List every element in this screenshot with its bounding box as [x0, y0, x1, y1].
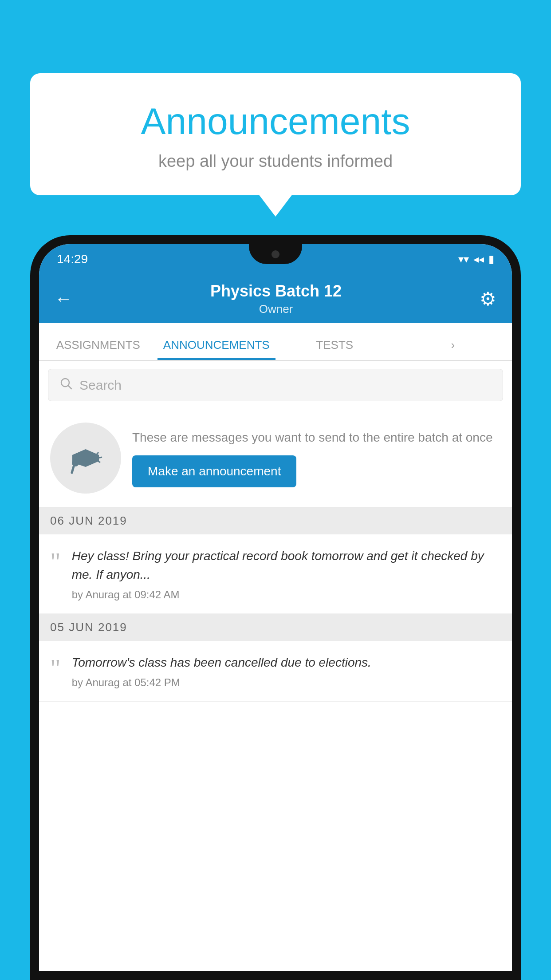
settings-icon[interactable]: ⚙ — [480, 288, 496, 310]
announcement-item-2[interactable]: " Tomorrow's class has been cancelled du… — [39, 641, 512, 702]
date-separator-1: 06 JUN 2019 — [39, 507, 512, 534]
svg-line-5 — [98, 457, 102, 458]
svg-line-1 — [68, 386, 72, 389]
app-bar: ← Physics Batch 12 Owner ⚙ — [39, 274, 512, 323]
app-bar-title: Physics Batch 12 Owner — [72, 282, 480, 316]
bubble-title: Announcements — [48, 100, 503, 143]
content-area: Search These are messages you want to se… — [39, 361, 512, 971]
phone-frame: 14:29 ▾▾ ◂◂ ▮ ← Physics Batch 12 Owner ⚙… — [30, 235, 521, 980]
speech-bubble: Announcements keep all your students inf… — [30, 73, 521, 195]
announcement-content-2: Tomorrow's class has been cancelled due … — [72, 653, 501, 689]
promo-content: These are messages you want to send to t… — [132, 429, 501, 487]
announcement-content-1: Hey class! Bring your practical record b… — [72, 547, 501, 601]
signal-icon: ◂◂ — [473, 253, 484, 265]
announcement-meta-1: by Anurag at 09:42 AM — [72, 589, 501, 601]
announcement-text-1: Hey class! Bring your practical record b… — [72, 547, 501, 584]
tab-tests[interactable]: TESTS — [276, 338, 394, 360]
svg-point-2 — [72, 459, 79, 466]
promo-icon — [50, 423, 121, 494]
notch — [249, 244, 302, 264]
make-announcement-button[interactable]: Make an announcement — [132, 455, 296, 487]
search-bar[interactable]: Search — [48, 369, 503, 401]
announcement-item-1[interactable]: " Hey class! Bring your practical record… — [39, 534, 512, 614]
search-placeholder: Search — [79, 378, 122, 393]
search-icon — [59, 376, 73, 394]
batch-role: Owner — [72, 302, 480, 316]
camera — [272, 250, 279, 258]
status-icons: ▾▾ ◂◂ ▮ — [458, 253, 494, 265]
wifi-icon: ▾▾ — [458, 253, 469, 265]
batch-title: Physics Batch 12 — [72, 282, 480, 300]
status-bar: 14:29 ▾▾ ◂◂ ▮ — [39, 244, 512, 274]
battery-icon: ▮ — [488, 253, 494, 265]
quote-icon-1: " — [50, 549, 61, 575]
svg-line-6 — [97, 460, 100, 462]
announcement-promo: These are messages you want to send to t… — [39, 409, 512, 507]
announcement-meta-2: by Anurag at 05:42 PM — [72, 676, 501, 689]
date-separator-2: 05 JUN 2019 — [39, 614, 512, 641]
back-button[interactable]: ← — [55, 289, 72, 309]
speech-bubble-container: Announcements keep all your students inf… — [30, 73, 521, 195]
status-time: 14:29 — [57, 252, 88, 266]
tab-assignments[interactable]: ASSIGNMENTS — [39, 338, 157, 360]
tab-bar: ASSIGNMENTS ANNOUNCEMENTS TESTS › — [39, 323, 512, 361]
tab-more[interactable]: › — [394, 338, 512, 360]
phone-screen: 14:29 ▾▾ ◂◂ ▮ ← Physics Batch 12 Owner ⚙… — [39, 244, 512, 971]
promo-description: These are messages you want to send to t… — [132, 429, 501, 446]
svg-line-3 — [72, 466, 74, 473]
tab-announcements[interactable]: ANNOUNCEMENTS — [157, 338, 276, 360]
quote-icon-2: " — [50, 656, 61, 681]
bubble-subtitle: keep all your students informed — [48, 152, 503, 171]
announcement-text-2: Tomorrow's class has been cancelled due … — [72, 653, 501, 672]
